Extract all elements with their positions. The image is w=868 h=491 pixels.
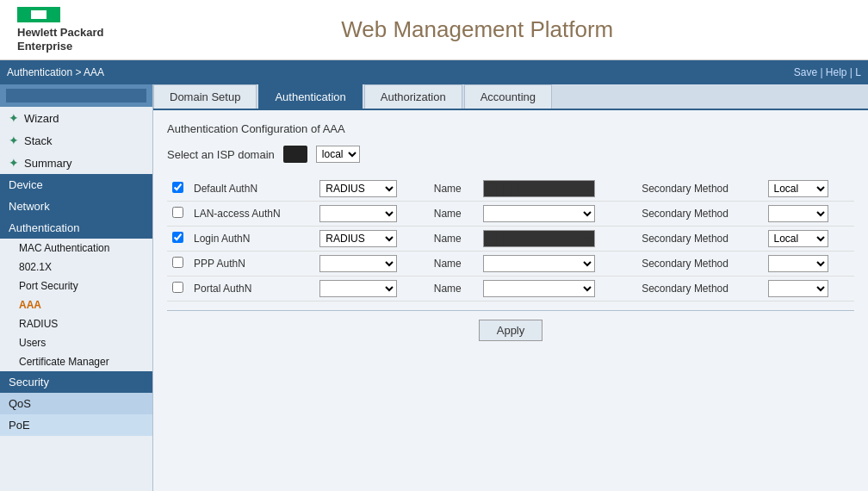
content-area: Domain Setup Authentication Authorizatio…: [153, 84, 868, 491]
default-authn-secondary-select[interactable]: LocalNone: [768, 180, 828, 197]
search-input[interactable]: [5, 88, 147, 103]
sidebar-item-dot1x[interactable]: 802.1X: [0, 258, 152, 277]
sidebar-item-cert-mgr[interactable]: Certificate Manager: [0, 352, 152, 371]
separator: [167, 310, 854, 311]
hpe-logo-box: [17, 7, 60, 22]
page-title: Web Management Platform: [103, 16, 851, 43]
lan-access-authn-secondary-select[interactable]: Local: [768, 205, 828, 222]
auth-table: Default AuthN RADIUSLocalNone Name ████ …: [167, 177, 854, 301]
portal-authn-checkbox[interactable]: [172, 282, 183, 293]
sidebar-search-area: [0, 84, 152, 107]
logo-box-inner: [31, 10, 46, 19]
table-row: Portal AuthN RADIUSLocal Name Secondary …: [167, 277, 854, 301]
login-authn-label: Login AuthN: [189, 227, 314, 252]
sidebar-item-label: Security: [9, 376, 49, 388]
ppp-authn-secondary-select[interactable]: Local: [768, 255, 828, 272]
ppp-authn-method-select[interactable]: RADIUSLocal: [319, 255, 397, 272]
sidebar-item-stack[interactable]: ✦ Stack: [0, 129, 152, 152]
default-authn-method-select[interactable]: RADIUSLocalNone: [319, 180, 397, 197]
portal-authn-secondary-select[interactable]: Local: [768, 280, 828, 297]
sidebar-item-network[interactable]: Network: [0, 196, 152, 217]
lan-access-authn-label: LAN-access AuthN: [189, 202, 314, 227]
nav-actions[interactable]: Save | Help | L: [794, 66, 861, 78]
tab-domain-setup[interactable]: Domain Setup: [153, 84, 257, 109]
sidebar-item-label: Summary: [24, 157, 72, 170]
sidebar-item-wizard[interactable]: ✦ Wizard: [0, 107, 152, 129]
logo-area: Hewlett Packard Enterprise: [17, 7, 103, 53]
diamond-icon: ✦: [9, 111, 19, 125]
default-authn-label: Default AuthN: [189, 177, 314, 202]
table-row: Default AuthN RADIUSLocalNone Name ████ …: [167, 177, 854, 202]
default-authn-checkbox[interactable]: [172, 182, 183, 193]
header: Hewlett Packard Enterprise Web Managemen…: [0, 0, 868, 60]
sidebar-item-port-security[interactable]: Port Security: [0, 277, 152, 295]
sidebar-item-label: Network: [9, 200, 50, 213]
sidebar-item-label: Stack: [24, 134, 53, 147]
table-row: Login AuthN RADIUSLocalNone Name ██ Seco…: [167, 227, 854, 252]
isp-domain-select[interactable]: local: [316, 146, 360, 163]
default-authn-name-select[interactable]: ████: [483, 180, 595, 197]
sidebar-item-mac-auth[interactable]: MAC Authentication: [0, 239, 152, 258]
breadcrumb: Authentication > AAA: [7, 66, 104, 78]
diamond-icon: ✦: [9, 156, 19, 170]
section-title: Authentication Configuration of AAA: [167, 122, 854, 135]
sidebar-item-qos[interactable]: QoS: [0, 393, 152, 414]
isp-icon: [283, 146, 307, 163]
table-row: LAN-access AuthN RADIUSLocal Name Second…: [167, 202, 854, 227]
lan-access-authn-method-select[interactable]: RADIUSLocal: [319, 205, 397, 222]
sidebar-item-poe[interactable]: PoE: [0, 414, 152, 436]
tab-bar: Domain Setup Authentication Authorizatio…: [153, 84, 868, 110]
isp-domain-row: Select an ISP domain local: [167, 146, 854, 163]
sidebar-item-authentication[interactable]: Authentication: [0, 217, 152, 239]
sidebar-item-device[interactable]: Device: [0, 174, 152, 196]
ppp-authn-checkbox[interactable]: [172, 257, 183, 268]
main-layout: ✦ Wizard ✦ Stack ✦ Summary Device Networ…: [0, 84, 868, 491]
sidebar-item-label: QoS: [9, 397, 31, 410]
login-authn-name-select[interactable]: ██: [483, 230, 595, 247]
apply-button[interactable]: Apply: [479, 320, 543, 341]
sidebar-item-aaa[interactable]: AAA: [0, 295, 152, 314]
sidebar-item-summary[interactable]: ✦ Summary: [0, 152, 152, 174]
portal-authn-name-select[interactable]: [483, 280, 595, 297]
lan-access-authn-checkbox[interactable]: [172, 207, 183, 218]
sidebar-item-label: Authentication: [9, 221, 79, 234]
sidebar-item-label: PoE: [9, 419, 30, 432]
diamond-icon: ✦: [9, 134, 19, 147]
ppp-authn-label: PPP AuthN: [189, 252, 314, 277]
content-body: Authentication Configuration of AAA Sele…: [153, 110, 868, 353]
apply-row: Apply: [167, 320, 854, 341]
sidebar-item-label: Wizard: [24, 112, 59, 125]
sidebar-item-security[interactable]: Security: [0, 371, 152, 393]
sidebar-item-radius[interactable]: RADIUS: [0, 314, 152, 333]
tab-authentication[interactable]: Authentication: [258, 84, 362, 109]
sidebar: ✦ Wizard ✦ Stack ✦ Summary Device Networ…: [0, 84, 153, 491]
tab-accounting[interactable]: Accounting: [464, 84, 552, 109]
sidebar-item-label: Device: [9, 178, 43, 191]
lan-access-authn-name-select[interactable]: [483, 205, 595, 222]
nav-bar: Authentication > AAA Save | Help | L: [0, 60, 868, 84]
sidebar-item-users[interactable]: Users: [0, 333, 152, 352]
ppp-authn-name-select[interactable]: [483, 255, 595, 272]
portal-authn-label: Portal AuthN: [189, 277, 314, 301]
isp-label: Select an ISP domain: [167, 148, 275, 161]
logo-text: Hewlett Packard Enterprise: [17, 26, 103, 53]
login-authn-method-select[interactable]: RADIUSLocalNone: [319, 230, 397, 247]
login-authn-secondary-select[interactable]: LocalNone: [768, 230, 828, 247]
table-row: PPP AuthN RADIUSLocal Name Secondary Met…: [167, 252, 854, 277]
login-authn-checkbox[interactable]: [172, 232, 183, 243]
portal-authn-method-select[interactable]: RADIUSLocal: [319, 280, 397, 297]
tab-authorization[interactable]: Authorization: [364, 84, 462, 109]
